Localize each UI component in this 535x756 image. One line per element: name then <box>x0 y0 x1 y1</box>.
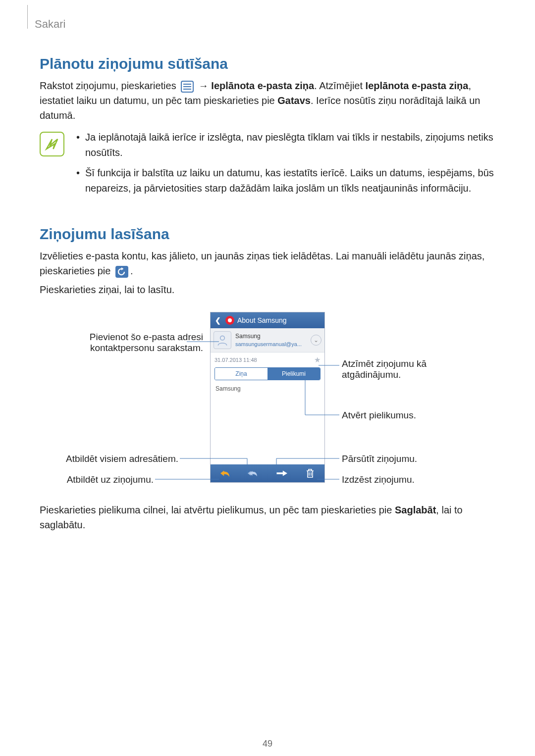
section-title-reading: Ziņojumu lasīšana <box>40 226 495 243</box>
section-title-scheduled: Plānotu ziņojumu sūtīšana <box>40 55 495 72</box>
callout-forward: Pārsūtīt ziņojumu. <box>342 454 417 464</box>
svg-point-0 <box>220 336 225 340</box>
phone-diagram: ❮ About Samsung Samsung samsungusermanua… <box>40 312 495 483</box>
text: Rakstot ziņojumu, pieskarieties <box>40 80 179 91</box>
forward-icon[interactable] <box>276 468 287 479</box>
app-icon <box>225 316 234 325</box>
paragraph-reading: Izvēlieties e-pasta kontu, kas jālieto, … <box>40 249 495 278</box>
text-bold: Gatavs <box>277 95 311 106</box>
sender-name: Samsung <box>235 333 311 341</box>
paragraph-tap: Pieskarieties ziņai, lai to lasītu. <box>40 282 495 297</box>
page-number: 49 <box>0 739 535 749</box>
callout-add-contact: Pievienot šo e-pasta adresi kontaktperso… <box>90 332 203 353</box>
callout-flag: Atzīmēt ziņojumu kā atgādinājumu. <box>342 358 427 380</box>
note-item: Šī funkcija ir balstīta uz laiku un datu… <box>73 165 495 196</box>
text: → <box>199 80 212 91</box>
callout-delete: Izdzēst ziņojumu. <box>342 474 415 485</box>
message-tabs: Ziņa Pielikumi <box>214 367 321 380</box>
phone-title: About Samsung <box>237 316 287 324</box>
text: Izvēlieties e-pasta kontu, kas jālieto, … <box>40 251 484 276</box>
callout-open-attach: Atvērt pielikumus. <box>342 410 416 421</box>
message-body: Samsung <box>211 380 324 464</box>
note-box: Ja ieplānotajā laikā ierīce ir izslēgta,… <box>40 130 495 201</box>
back-icon[interactable]: ❮ <box>214 316 222 324</box>
refresh-icon <box>115 266 128 278</box>
paragraph-save-attach: Pieskarieties pielikuma cilnei, lai atvē… <box>40 503 495 532</box>
avatar[interactable] <box>214 331 231 349</box>
breadcrumb: Sakari <box>35 18 495 31</box>
text-bold: Saglabāt <box>395 504 436 515</box>
reply-icon[interactable] <box>219 468 230 479</box>
timestamp: 31.07.2013 11:48 <box>214 357 257 363</box>
text-bold: Ieplānota e-pasta ziņa <box>211 80 314 91</box>
phone-header: ❮ About Samsung <box>211 312 324 328</box>
delete-icon[interactable] <box>305 468 316 479</box>
text: . <box>130 265 133 276</box>
expand-icon[interactable]: ⌄ <box>311 335 321 346</box>
paragraph-scheduled: Rakstot ziņojumu, pieskarieties → Ieplān… <box>40 78 495 123</box>
callout-reply: Atbildēt uz ziņojumu. <box>67 474 154 485</box>
tab-message[interactable]: Ziņa <box>215 368 268 380</box>
star-icon[interactable]: ★ <box>314 355 321 364</box>
callout-reply-all: Atbildēt visiem adresātiem. <box>66 454 178 464</box>
sender-row[interactable]: Samsung samsungusermanual@ya... ⌄ <box>211 328 324 353</box>
tab-attachments[interactable]: Pielikumi <box>268 368 320 380</box>
menu-icon <box>181 81 194 93</box>
note-item: Ja ieplānotajā laikā ierīce ir izslēgta,… <box>73 130 495 160</box>
text-bold: Ieplānota e-pasta ziņa <box>366 80 469 91</box>
text: . Atzīmējiet <box>314 80 365 91</box>
sender-email: samsungusermanual@ya... <box>235 341 311 348</box>
toolbar <box>211 464 324 482</box>
text: Pieskarieties pielikuma cilnei, lai atvē… <box>40 504 395 515</box>
reply-all-icon[interactable] <box>248 468 259 479</box>
message-meta: 31.07.2013 11:48 ★ <box>211 353 324 367</box>
note-icon <box>40 132 64 156</box>
